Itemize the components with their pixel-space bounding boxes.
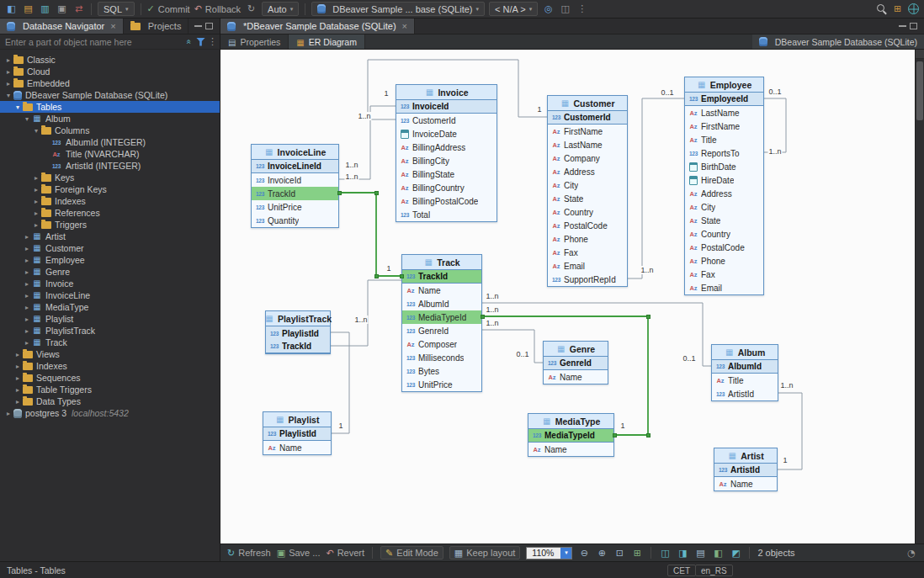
tree-item-cloud[interactable]: ▸Cloud (0, 66, 220, 77)
maximize-icon[interactable] (910, 23, 917, 29)
column-billingstate[interactable]: AzBillingState (396, 167, 497, 181)
column-name[interactable]: AzName (528, 443, 613, 456)
sql-editor-dropdown[interactable]: SQL▾ (98, 2, 135, 16)
object-filter-input[interactable] (0, 37, 183, 47)
column-city[interactable]: AzCity (548, 178, 627, 192)
expander-icon[interactable]: ▾ (31, 127, 41, 135)
relation-track-playlisttrack[interactable] (331, 280, 401, 346)
expander-icon[interactable]: ▸ (22, 339, 32, 347)
tree-item-mediatype[interactable]: ▸▦MediaType (0, 301, 220, 313)
column-invoiceid[interactable]: 123InvoiceId (396, 100, 497, 114)
tree-item-tables[interactable]: ▾Tables (0, 101, 220, 113)
column-invoicelineid[interactable]: 123InvoiceLineId (252, 160, 338, 173)
column-country[interactable]: AzCountry (548, 205, 627, 219)
diagram-print-icon[interactable]: ▤ (694, 547, 706, 559)
column-genreid[interactable]: 123GenreId (402, 324, 481, 337)
tree-item-customer[interactable]: ▸▦Customer (0, 242, 220, 254)
revert-button[interactable]: ↶Revert (326, 548, 364, 559)
entity-customer[interactable]: ▦Customer123CustomerIdAzFirstNameAzLastN… (547, 95, 628, 287)
column-albumid[interactable]: 123AlbumId (712, 360, 778, 374)
column-title[interactable]: AzTitle (712, 374, 778, 387)
tab-er-diagram-editor[interactable]: *DBeaver Sample Database (SQLite) (220, 19, 415, 34)
expander-icon[interactable]: ▸ (3, 80, 13, 87)
zoom-out-icon[interactable]: ⊖ (578, 547, 590, 559)
tree-item-columns[interactable]: ▾Columns (0, 125, 220, 136)
column-reportsto[interactable]: 123ReportsTo (685, 146, 763, 160)
tree-item-invoice[interactable]: ▸▦Invoice (0, 278, 220, 289)
datasource-indicator[interactable]: DBeaver Sample Database (SQLite) (752, 34, 924, 49)
entity-header[interactable]: ▦PlaylistTrack (266, 311, 330, 326)
expander-icon[interactable]: ▸ (31, 221, 41, 229)
entity-header[interactable]: ▦MediaType (528, 414, 613, 429)
entity-header[interactable]: ▦Album (712, 345, 778, 360)
refresh-icon[interactable]: ↻ (245, 3, 258, 15)
column-name[interactable]: AzName (263, 441, 331, 454)
expander-icon[interactable]: ▸ (31, 186, 41, 194)
column-trackid[interactable]: 123TrackId (402, 270, 481, 284)
expander-icon[interactable]: ▸ (22, 257, 32, 264)
tree-item-employee[interactable]: ▸▦Employee (0, 254, 220, 266)
save-button[interactable]: ▣Save ... (277, 548, 321, 559)
diagram-settings-icon[interactable]: ◧ (712, 547, 724, 559)
tree-item-keys[interactable]: ▸Keys (0, 172, 220, 183)
expander-icon[interactable]: ▸ (13, 398, 23, 406)
tree-item-albumid-integer[interactable]: 123AlbumId (INTEGER) (0, 136, 220, 148)
tree-item-title-nvarchar[interactable]: AzTitle (NVARCHAR) (0, 148, 220, 160)
column-composer[interactable]: AzComposer (402, 337, 481, 351)
rollback-button[interactable]: ↶Rollback (194, 3, 241, 14)
entity-mediatype[interactable]: ▦MediaType123MediaTypeIdAzName (528, 413, 614, 457)
column-email[interactable]: AzEmail (685, 281, 763, 294)
relation-employee-customer[interactable] (628, 98, 684, 278)
zoom-select[interactable]: 110%▾ (526, 547, 572, 559)
column-company[interactable]: AzCompany (548, 151, 627, 165)
tree-item-references[interactable]: ▸References (0, 207, 220, 219)
column-lastname[interactable]: AzLastName (548, 138, 627, 151)
column-customerid[interactable]: 123CustomerId (396, 114, 497, 127)
entity-artist[interactable]: ▦Artist123ArtistIdAzName (714, 448, 778, 491)
fit-page-icon[interactable]: ◫ (659, 547, 671, 559)
entity-employee[interactable]: ▦Employee123EmployeeIdAzLastNameAzFirstN… (684, 77, 764, 295)
column-country[interactable]: AzCountry (685, 227, 763, 241)
entity-header[interactable]: ▦Track (402, 255, 481, 270)
expander-icon[interactable]: ▾ (22, 115, 32, 123)
column-albumid[interactable]: 123AlbumId (402, 297, 481, 310)
expander-icon[interactable]: ▸ (22, 316, 32, 323)
expander-icon[interactable]: ▸ (3, 68, 13, 76)
tree-item-sequences[interactable]: ▸Sequences (0, 372, 220, 384)
expander-icon[interactable]: ▸ (31, 209, 41, 217)
expander-icon[interactable]: ▾ (13, 103, 23, 111)
data-transfer-icon[interactable]: ⇄ (72, 3, 85, 15)
keep-layout-button[interactable]: ▦Keep layout (449, 546, 521, 559)
relation-employee-reportsto-self[interactable] (764, 98, 786, 152)
locale-indicator[interactable]: en_RS (695, 565, 733, 576)
column-address[interactable]: AzAddress (685, 187, 763, 200)
column-phone[interactable]: AzPhone (685, 254, 763, 268)
tree-item-indexes[interactable]: ▸Indexes (0, 360, 220, 372)
column-billingpostalcode[interactable]: AzBillingPostalCode (396, 194, 497, 208)
expander-icon[interactable]: ▸ (13, 363, 23, 370)
tree-item-indexes[interactable]: ▸Indexes (0, 195, 220, 207)
tree-item-triggers[interactable]: ▸Triggers (0, 219, 220, 231)
column-genreid[interactable]: 123GenreId (544, 357, 608, 370)
tab-er-diagram[interactable]: ER Diagram (289, 34, 365, 49)
entity-invoiceline[interactable]: ▦InvoiceLine123InvoiceLineId123InvoiceId… (251, 144, 339, 228)
column-firstname[interactable]: AzFirstName (548, 125, 627, 138)
tree-item-data-types[interactable]: ▸Data Types (0, 395, 220, 407)
expander-icon[interactable]: ▸ (22, 268, 32, 276)
close-tab-icon[interactable] (110, 21, 115, 31)
expander-icon[interactable]: ▸ (3, 410, 13, 417)
column-trackid[interactable]: 123TrackId (266, 340, 330, 353)
entity-header[interactable]: ▦InvoiceLine (252, 145, 338, 160)
entity-header[interactable]: ▦Artist (714, 448, 777, 464)
entity-invoice[interactable]: ▦Invoice123InvoiceId123CustomerIdInvoice… (396, 84, 497, 222)
tree-item-playlist[interactable]: ▸▦Playlist (0, 313, 220, 325)
expander-icon[interactable]: ▸ (22, 292, 32, 300)
expander-icon[interactable]: ▸ (31, 174, 41, 182)
more-actions-icon[interactable]: ⋮ (576, 3, 588, 15)
tree-item-artistid-integer[interactable]: 123ArtistId (INTEGER) (0, 160, 220, 172)
column-bytes[interactable]: 123Bytes (402, 364, 481, 378)
entity-track[interactable]: ▦Track123TrackIdAzName123AlbumId123Media… (401, 254, 482, 392)
entity-header[interactable]: ▦Employee (685, 77, 763, 93)
entity-album[interactable]: ▦Album123AlbumIdAzTitle123ArtistId (711, 344, 778, 401)
scroll-up-button[interactable] (916, 50, 924, 59)
